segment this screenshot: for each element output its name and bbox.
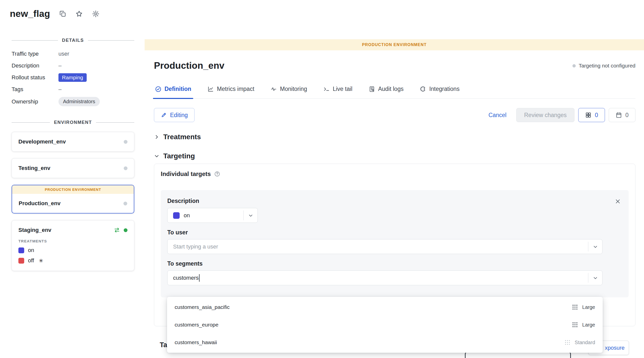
transfer-arrows-icon (114, 227, 120, 233)
dots-grid-light-icon (564, 339, 571, 346)
pulse-icon (270, 86, 277, 92)
to-segments-combobox[interactable]: customers (167, 270, 602, 285)
segment-option[interactable]: customers_europe Large (167, 316, 603, 334)
chevron-down-icon[interactable] (243, 210, 257, 220)
ownership-pill[interactable]: Administrators (58, 97, 100, 106)
to-user-combobox (167, 239, 602, 254)
to-segments-label: To segments (167, 260, 602, 267)
detail-row-traffic-type: Traffic type user (12, 50, 134, 58)
divider (88, 40, 134, 41)
segment-size-label: Large (582, 304, 595, 310)
tab-integrations[interactable]: Integrations (419, 83, 461, 98)
divider (12, 122, 50, 123)
tab-monitoring[interactable]: Monitoring (269, 83, 308, 98)
editing-button[interactable]: Editing (154, 108, 195, 122)
schedule-count: 0 (625, 112, 629, 119)
terminal-icon (323, 86, 330, 92)
segment-name: customers_hawaii (175, 339, 217, 345)
cancel-button[interactable]: Cancel (489, 112, 507, 119)
treatment-select[interactable]: on (167, 208, 258, 223)
feature-flag-page: new_flag DETAILS Traffic type user Descr… (0, 0, 644, 358)
chevron-right-icon (154, 134, 159, 140)
help-icon[interactable] (214, 171, 220, 177)
treatment-label: off (28, 257, 34, 264)
treatment-off-swatch (18, 258, 24, 264)
tab-bar: Definition Metrics impact Monitoring Liv… (154, 83, 635, 99)
targeting-heading: Targeting (163, 152, 195, 160)
asterisk-icon: ✳ (39, 258, 43, 263)
environment-section-heading: ENVIRONMENT (12, 120, 134, 125)
flag-title: new_flag (10, 9, 50, 19)
detail-row-description: Description – (12, 61, 134, 70)
changes-counter-button[interactable]: 0 (578, 108, 605, 122)
detail-row-ownership: Ownership Administrators (12, 97, 134, 106)
detail-label: Rollout status (12, 74, 58, 81)
document-search-icon (369, 86, 375, 92)
treatments-section-toggle[interactable]: Treatments (154, 133, 201, 141)
env-card-production[interactable]: PRODUCTION ENVIRONMENT Production_env (12, 185, 134, 213)
detail-row-tags: Tags – (12, 85, 134, 94)
chevron-down-icon[interactable] (588, 242, 602, 252)
individual-target-editor: Description on To user To segments (161, 190, 629, 297)
star-icon[interactable] (75, 10, 83, 18)
rollout-status-badge: Ramping (58, 73, 87, 82)
targeting-section-toggle[interactable]: Targeting (154, 152, 195, 160)
detail-label: Traffic type (12, 51, 58, 57)
segment-size-label: Standard (575, 340, 595, 345)
env-card-staging[interactable]: Staging_env TREATMENTS on off (12, 220, 134, 271)
tab-metrics-impact[interactable]: Metrics impact (206, 83, 255, 98)
details-section-heading: DETAILS (12, 38, 134, 43)
changes-count: 0 (595, 112, 598, 119)
definition-icon (155, 86, 162, 92)
individual-targets-heading: Individual targets (161, 170, 211, 177)
toolbar-right-group: Cancel Review changes 0 0 (489, 108, 635, 122)
grid-icon (585, 112, 592, 118)
sidebar: DETAILS Traffic type user Description – … (12, 38, 134, 271)
env-card-testing[interactable]: Testing_env (12, 158, 134, 178)
env-card-development[interactable]: Development_env (12, 132, 134, 152)
to-user-input[interactable] (173, 243, 516, 250)
environment-heading-label: ENVIRONMENT (54, 120, 92, 125)
treatment-select-value: on (184, 212, 190, 219)
status-dot-icon (572, 64, 576, 67)
copy-icon[interactable] (59, 10, 66, 17)
next-section-heading-partial: Ta (160, 341, 167, 349)
environment-title: Production_env (154, 60, 224, 71)
main-content: PRODUCTION ENVIRONMENT Production_env Ta… (145, 0, 644, 358)
segment-size-label: Large (582, 322, 595, 328)
treatments-heading: Treatments (163, 133, 201, 141)
segment-option[interactable]: customers_asia_pacific Large (167, 298, 603, 316)
close-icon[interactable] (615, 198, 621, 205)
treatments-mini-heading: TREATMENTS (18, 239, 127, 243)
schedule-counter-button[interactable]: 0 (609, 108, 635, 122)
metrics-chart-icon (207, 86, 214, 92)
text-cursor (199, 274, 200, 282)
detail-row-rollout-status: Rollout status Ramping (12, 73, 134, 82)
detail-label: Ownership (12, 98, 58, 105)
edit-toolbar: Editing Cancel Review changes 0 0 (154, 108, 635, 122)
dots-grid-icon (572, 304, 578, 310)
details-rows: Traffic type user Description – Rollout … (12, 50, 134, 106)
env-status-dot (124, 166, 127, 170)
tab-live-tail[interactable]: Live tail (322, 83, 353, 98)
divider (96, 122, 134, 123)
targeting-status: Targeting not configured (572, 63, 635, 69)
tab-label: Live tail (333, 86, 352, 92)
divider (12, 40, 58, 41)
tab-definition[interactable]: Definition (154, 83, 192, 98)
chevron-down-icon[interactable] (588, 273, 602, 283)
gear-icon[interactable] (92, 10, 100, 18)
production-env-banner: PRODUCTION ENVIRONMENT (12, 185, 134, 194)
detail-value: user (58, 51, 69, 57)
tab-audit-logs[interactable]: Audit logs (368, 83, 405, 98)
production-environment-banner: PRODUCTION ENVIRONMENT (145, 39, 644, 50)
to-user-label: To user (167, 229, 602, 236)
details-heading-label: DETAILS (62, 38, 84, 43)
segment-option[interactable]: customers_hawaii Standard (167, 334, 603, 351)
tab-label: Monitoring (280, 86, 307, 92)
chevron-down-icon (154, 153, 159, 159)
env-name: Staging_env (18, 227, 51, 233)
review-changes-button[interactable]: Review changes (516, 108, 574, 122)
detail-value: – (58, 86, 61, 93)
env-name: Testing_env (18, 165, 50, 171)
